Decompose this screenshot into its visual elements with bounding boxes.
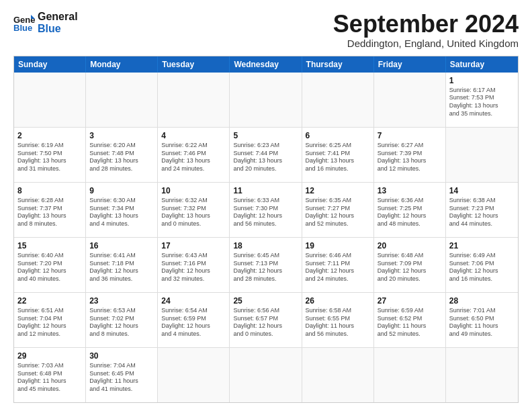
day-info: Sunrise: 7:01 AM Sunset: 6:50 PM Dayligh… — [449, 307, 515, 338]
calendar-cell: 23Sunrise: 6:53 AM Sunset: 7:02 PM Dayli… — [86, 293, 158, 347]
day-info: Sunrise: 6:19 AM Sunset: 7:50 PM Dayligh… — [17, 142, 82, 173]
calendar-week-6: 29Sunrise: 7:03 AM Sunset: 6:48 PM Dayli… — [14, 348, 518, 402]
calendar-cell: 12Sunrise: 6:35 AM Sunset: 7:27 PM Dayli… — [302, 183, 374, 237]
calendar-cell: 3Sunrise: 6:20 AM Sunset: 7:48 PM Daylig… — [86, 128, 158, 182]
calendar-cell: 21Sunrise: 6:49 AM Sunset: 7:06 PM Dayli… — [446, 238, 518, 292]
day-info: Sunrise: 6:48 AM Sunset: 7:09 PM Dayligh… — [378, 252, 442, 283]
title-section: September 2024 Deddington, England, Unit… — [333, 11, 519, 49]
day-number: 5 — [233, 130, 298, 141]
page-header: General Blue General Blue September 2024… — [13, 11, 519, 49]
day-info: Sunrise: 6:33 AM Sunset: 7:30 PM Dayligh… — [233, 197, 298, 228]
calendar-cell: 10Sunrise: 6:32 AM Sunset: 7:32 PM Dayli… — [158, 183, 230, 237]
calendar-header-sunday: Sunday — [14, 56, 86, 73]
calendar-cell: 7Sunrise: 6:27 AM Sunset: 7:39 PM Daylig… — [374, 128, 446, 182]
day-info: Sunrise: 6:43 AM Sunset: 7:16 PM Dayligh… — [161, 252, 226, 283]
calendar-cell — [374, 73, 446, 127]
month-title: September 2024 — [333, 11, 519, 38]
day-number: 16 — [89, 240, 154, 251]
calendar-cell — [446, 128, 518, 182]
calendar-cell: 6Sunrise: 6:25 AM Sunset: 7:41 PM Daylig… — [302, 128, 374, 182]
day-info: Sunrise: 6:25 AM Sunset: 7:41 PM Dayligh… — [306, 142, 370, 173]
calendar-cell: 25Sunrise: 6:56 AM Sunset: 6:57 PM Dayli… — [230, 293, 302, 347]
calendar-header: SundayMondayTuesdayWednesdayThursdayFrid… — [14, 56, 518, 73]
calendar-cell: 2Sunrise: 6:19 AM Sunset: 7:50 PM Daylig… — [14, 128, 86, 182]
calendar-cell: 14Sunrise: 6:38 AM Sunset: 7:23 PM Dayli… — [446, 183, 518, 237]
day-info: Sunrise: 6:51 AM Sunset: 7:04 PM Dayligh… — [17, 307, 82, 338]
location: Deddington, England, United Kingdom — [333, 38, 519, 49]
calendar-cell — [158, 348, 230, 402]
day-info: Sunrise: 6:17 AM Sunset: 7:53 PM Dayligh… — [449, 87, 515, 118]
day-number: 18 — [233, 240, 298, 251]
day-number: 1 — [449, 75, 515, 86]
day-number: 29 — [17, 351, 82, 361]
day-info: Sunrise: 6:45 AM Sunset: 7:13 PM Dayligh… — [233, 252, 298, 283]
logo-general: General — [38, 11, 78, 23]
day-number: 13 — [378, 185, 442, 196]
day-number: 25 — [233, 295, 298, 306]
calendar-cell: 15Sunrise: 6:40 AM Sunset: 7:20 PM Dayli… — [14, 238, 86, 292]
day-info: Sunrise: 6:22 AM Sunset: 7:46 PM Dayligh… — [161, 142, 226, 173]
calendar-cell: 8Sunrise: 6:28 AM Sunset: 7:37 PM Daylig… — [14, 183, 86, 237]
calendar-cell: 24Sunrise: 6:54 AM Sunset: 6:59 PM Dayli… — [158, 293, 230, 347]
day-number: 9 — [89, 185, 154, 196]
day-info: Sunrise: 6:23 AM Sunset: 7:44 PM Dayligh… — [233, 142, 298, 173]
day-number: 19 — [306, 240, 370, 251]
calendar-cell — [302, 73, 374, 127]
calendar-header-monday: Monday — [86, 56, 158, 73]
calendar: SundayMondayTuesdayWednesdayThursdayFrid… — [13, 56, 519, 403]
calendar-week-2: 2Sunrise: 6:19 AM Sunset: 7:50 PM Daylig… — [14, 128, 518, 183]
day-number: 10 — [161, 185, 226, 196]
day-number: 17 — [161, 240, 226, 251]
calendar-cell: 1Sunrise: 6:17 AM Sunset: 7:53 PM Daylig… — [446, 73, 518, 127]
day-number: 15 — [17, 240, 82, 251]
calendar-cell — [374, 348, 446, 402]
calendar-cell — [446, 348, 518, 402]
day-info: Sunrise: 6:36 AM Sunset: 7:25 PM Dayligh… — [378, 197, 442, 228]
day-number: 27 — [378, 295, 442, 306]
day-info: Sunrise: 6:49 AM Sunset: 7:06 PM Dayligh… — [449, 252, 515, 283]
day-info: Sunrise: 6:41 AM Sunset: 7:18 PM Dayligh… — [89, 252, 154, 283]
day-info: Sunrise: 6:28 AM Sunset: 7:37 PM Dayligh… — [17, 197, 82, 228]
day-info: Sunrise: 6:35 AM Sunset: 7:27 PM Dayligh… — [306, 197, 370, 228]
day-number: 20 — [378, 240, 442, 251]
calendar-body: 1Sunrise: 6:17 AM Sunset: 7:53 PM Daylig… — [14, 73, 518, 402]
calendar-cell: 18Sunrise: 6:45 AM Sunset: 7:13 PM Dayli… — [230, 238, 302, 292]
calendar-cell: 17Sunrise: 6:43 AM Sunset: 7:16 PM Dayli… — [158, 238, 230, 292]
day-info: Sunrise: 6:56 AM Sunset: 6:57 PM Dayligh… — [233, 307, 298, 338]
calendar-header-saturday: Saturday — [446, 56, 518, 73]
calendar-week-5: 22Sunrise: 6:51 AM Sunset: 7:04 PM Dayli… — [14, 293, 518, 348]
calendar-header-friday: Friday — [374, 56, 446, 73]
day-number: 30 — [89, 351, 154, 361]
day-info: Sunrise: 7:04 AM Sunset: 6:45 PM Dayligh… — [89, 362, 154, 394]
calendar-header-thursday: Thursday — [302, 56, 374, 73]
calendar-cell: 13Sunrise: 6:36 AM Sunset: 7:25 PM Dayli… — [374, 183, 446, 237]
calendar-header-wednesday: Wednesday — [230, 56, 302, 73]
calendar-cell — [86, 73, 158, 127]
day-number: 6 — [306, 130, 370, 141]
calendar-week-4: 15Sunrise: 6:40 AM Sunset: 7:20 PM Dayli… — [14, 238, 518, 293]
day-number: 12 — [306, 185, 370, 196]
calendar-cell: 26Sunrise: 6:58 AM Sunset: 6:55 PM Dayli… — [302, 293, 374, 347]
day-number: 7 — [378, 130, 442, 141]
day-number: 26 — [306, 295, 370, 306]
calendar-cell: 11Sunrise: 6:33 AM Sunset: 7:30 PM Dayli… — [230, 183, 302, 237]
calendar-week-3: 8Sunrise: 6:28 AM Sunset: 7:37 PM Daylig… — [14, 183, 518, 238]
day-info: Sunrise: 6:54 AM Sunset: 6:59 PM Dayligh… — [161, 307, 226, 338]
svg-text:Blue: Blue — [13, 23, 32, 33]
calendar-cell: 22Sunrise: 6:51 AM Sunset: 7:04 PM Dayli… — [14, 293, 86, 347]
calendar-cell: 4Sunrise: 6:22 AM Sunset: 7:46 PM Daylig… — [158, 128, 230, 182]
calendar-cell: 16Sunrise: 6:41 AM Sunset: 7:18 PM Dayli… — [86, 238, 158, 292]
day-number: 14 — [449, 185, 515, 196]
day-info: Sunrise: 6:38 AM Sunset: 7:23 PM Dayligh… — [449, 197, 515, 228]
day-info: Sunrise: 6:40 AM Sunset: 7:20 PM Dayligh… — [17, 252, 82, 283]
day-number: 22 — [17, 295, 82, 306]
calendar-cell — [230, 348, 302, 402]
day-info: Sunrise: 6:27 AM Sunset: 7:39 PM Dayligh… — [378, 142, 442, 173]
calendar-cell: 19Sunrise: 6:46 AM Sunset: 7:11 PM Dayli… — [302, 238, 374, 292]
day-info: Sunrise: 6:32 AM Sunset: 7:32 PM Dayligh… — [161, 197, 226, 228]
day-number: 23 — [89, 295, 154, 306]
logo: General Blue General Blue — [13, 11, 78, 34]
day-number: 8 — [17, 185, 82, 196]
day-number: 11 — [233, 185, 298, 196]
day-info: Sunrise: 6:59 AM Sunset: 6:52 PM Dayligh… — [378, 307, 442, 338]
